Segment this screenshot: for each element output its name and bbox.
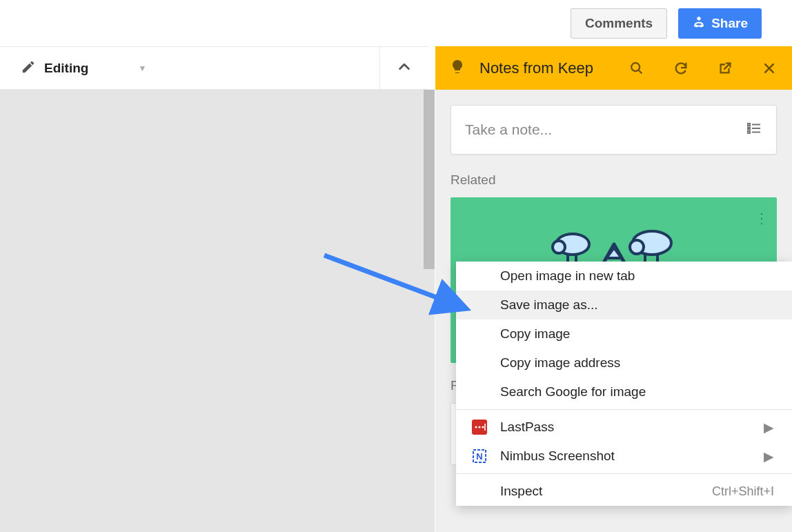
svg-point-15 [553, 241, 565, 253]
document-canvas[interactable] [0, 90, 435, 532]
svg-rect-10 [748, 127, 750, 129]
svg-line-5 [724, 63, 730, 68]
ctx-item-label: LastPass [500, 420, 554, 435]
ctx-separator [456, 409, 792, 410]
editing-mode-label: Editing [44, 61, 88, 76]
comments-button[interactable]: Comments [571, 8, 667, 39]
svg-text:N: N [476, 451, 482, 462]
collapse-toolbar-button[interactable] [380, 47, 428, 89]
ctx-save-image-as[interactable]: Save image as... [456, 290, 792, 319]
keep-header-actions [629, 61, 777, 76]
ctx-search-google-image[interactable]: Search Google for image [456, 377, 792, 406]
keep-bulb-icon [449, 59, 466, 78]
editing-toolbar: Editing ▼ [0, 46, 428, 90]
ctx-open-image-new-tab[interactable]: Open image in new tab [456, 262, 792, 290]
ctx-nimbus-screenshot[interactable]: N Nimbus Screenshot ▶ [456, 442, 792, 471]
submenu-arrow-icon: ▶ [764, 420, 774, 435]
nimbus-icon: N [471, 448, 488, 464]
svg-point-3 [631, 63, 640, 71]
open-external-icon[interactable] [717, 61, 733, 76]
ctx-inspect[interactable]: Inspect Ctrl+Shift+I [456, 477, 792, 506]
search-icon[interactable] [629, 61, 644, 76]
ctx-item-label: Open image in new tab [500, 268, 635, 284]
take-note-placeholder: Take a note... [465, 121, 552, 138]
svg-point-24 [478, 426, 480, 428]
ctx-shortcut: Ctrl+Shift+I [712, 484, 774, 499]
editing-mode-dropdown[interactable]: Editing ▼ [0, 47, 380, 89]
submenu-arrow-icon: ▶ [764, 449, 774, 464]
ctx-item-label: Copy image [500, 326, 570, 342]
context-menu: Open image in new tab Save image as... C… [456, 262, 792, 506]
lastpass-icon [471, 419, 488, 435]
keep-header: Notes from Keep [435, 46, 792, 90]
related-section-label: Related [451, 173, 777, 188]
ctx-item-label: Save image as... [500, 297, 598, 313]
close-icon[interactable] [762, 61, 777, 76]
refresh-icon[interactable] [673, 61, 689, 76]
ctx-item-label: Copy image address [500, 355, 620, 371]
share-button-label: Share [711, 16, 748, 31]
keep-header-title: Notes from Keep [479, 59, 615, 77]
more-icon[interactable]: ⋮ [755, 210, 767, 226]
svg-point-19 [630, 240, 644, 254]
ctx-lastpass[interactable]: LastPass ▶ [456, 413, 792, 442]
ctx-item-label: Search Google for image [500, 384, 646, 400]
take-note-input[interactable]: Take a note... [451, 105, 777, 155]
comments-button-label: Comments [585, 16, 653, 31]
svg-point-0 [697, 17, 701, 20]
dropdown-caret-icon: ▼ [138, 63, 146, 73]
svg-point-25 [482, 426, 484, 428]
svg-rect-8 [748, 124, 750, 126]
ctx-copy-image[interactable]: Copy image [456, 319, 792, 348]
chevron-up-icon [397, 59, 412, 77]
scrollbar-thumb[interactable] [424, 90, 435, 269]
share-button[interactable]: Share [678, 8, 762, 39]
ctx-item-label: Nimbus Screenshot [500, 449, 615, 464]
pencil-icon [21, 59, 36, 77]
svg-line-4 [639, 70, 642, 73]
share-icon [692, 14, 706, 32]
topbar: Comments Share [0, 0, 792, 46]
ctx-item-label: Inspect [500, 484, 542, 499]
list-icon[interactable] [746, 120, 762, 140]
ctx-separator [456, 473, 792, 474]
svg-point-23 [475, 426, 477, 428]
svg-rect-12 [748, 131, 750, 133]
ctx-copy-image-address[interactable]: Copy image address [456, 348, 792, 377]
